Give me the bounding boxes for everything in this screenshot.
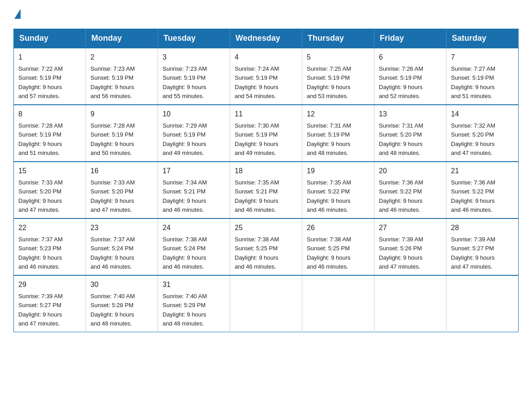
calendar-cell: 5 Sunrise: 7:25 AMSunset: 5:19 PMDayligh… (302, 48, 374, 105)
day-info: Sunrise: 7:36 AMSunset: 5:22 PMDaylight:… (379, 179, 423, 213)
calendar-cell: 10 Sunrise: 7:29 AMSunset: 5:19 PMDaylig… (158, 105, 230, 162)
day-number: 23 (90, 223, 153, 233)
day-info: Sunrise: 7:38 AMSunset: 5:25 PMDaylight:… (307, 236, 351, 270)
calendar-cell: 15 Sunrise: 7:33 AMSunset: 5:20 PMDaylig… (14, 162, 86, 218)
day-number: 16 (90, 166, 153, 176)
calendar-cell: 21 Sunrise: 7:36 AMSunset: 5:22 PMDaylig… (446, 162, 519, 218)
day-number: 28 (451, 223, 514, 233)
day-number: 24 (163, 223, 225, 233)
day-number: 30 (90, 279, 153, 290)
calendar-week-row: 8 Sunrise: 7:28 AMSunset: 5:19 PMDayligh… (14, 105, 519, 162)
calendar-cell: 19 Sunrise: 7:35 AMSunset: 5:22 PMDaylig… (302, 162, 374, 218)
calendar-cell: 6 Sunrise: 7:26 AMSunset: 5:19 PMDayligh… (374, 48, 446, 105)
logo-triangle-icon (14, 9, 21, 19)
day-number: 29 (18, 279, 81, 290)
day-number: 27 (379, 223, 442, 233)
day-info: Sunrise: 7:36 AMSunset: 5:22 PMDaylight:… (451, 179, 495, 213)
day-number: 25 (235, 223, 297, 233)
day-info: Sunrise: 7:23 AMSunset: 5:19 PMDaylight:… (90, 65, 135, 99)
day-number: 13 (379, 109, 442, 120)
day-number: 14 (451, 109, 514, 120)
day-number: 2 (90, 52, 153, 63)
day-of-week-saturday: Saturday (446, 29, 519, 48)
calendar-cell: 2 Sunrise: 7:23 AMSunset: 5:19 PMDayligh… (86, 48, 158, 105)
day-number: 19 (307, 166, 369, 176)
day-info: Sunrise: 7:31 AMSunset: 5:19 PMDaylight:… (307, 122, 351, 156)
logo (13, 9, 21, 21)
calendar-cell: 23 Sunrise: 7:37 AMSunset: 5:24 PMDaylig… (86, 218, 158, 275)
calendar-cell: 1 Sunrise: 7:22 AMSunset: 5:19 PMDayligh… (14, 48, 86, 105)
day-info: Sunrise: 7:31 AMSunset: 5:20 PMDaylight:… (379, 122, 423, 156)
calendar-table: SundayMondayTuesdayWednesdayThursdayFrid… (13, 29, 519, 332)
calendar-cell: 25 Sunrise: 7:38 AMSunset: 5:25 PMDaylig… (230, 218, 302, 275)
calendar-cell: 7 Sunrise: 7:27 AMSunset: 5:19 PMDayligh… (446, 48, 519, 105)
day-number: 7 (451, 52, 514, 63)
calendar-cell: 3 Sunrise: 7:23 AMSunset: 5:19 PMDayligh… (158, 48, 230, 105)
day-info: Sunrise: 7:35 AMSunset: 5:21 PMDaylight:… (235, 179, 279, 213)
day-number: 12 (307, 109, 369, 120)
day-info: Sunrise: 7:34 AMSunset: 5:21 PMDaylight:… (163, 179, 207, 213)
calendar-cell: 12 Sunrise: 7:31 AMSunset: 5:19 PMDaylig… (302, 105, 374, 162)
day-number: 26 (307, 223, 369, 233)
day-number: 6 (379, 52, 442, 63)
calendar-cell: 8 Sunrise: 7:28 AMSunset: 5:19 PMDayligh… (14, 105, 86, 162)
day-number: 18 (235, 166, 297, 176)
day-number: 11 (235, 109, 297, 120)
day-number: 8 (18, 109, 81, 120)
day-info: Sunrise: 7:35 AMSunset: 5:22 PMDaylight:… (307, 179, 351, 213)
calendar-week-row: 29 Sunrise: 7:39 AMSunset: 5:27 PMDaylig… (14, 275, 519, 332)
calendar-cell: 30 Sunrise: 7:40 AMSunset: 5:28 PMDaylig… (86, 275, 158, 332)
day-number: 31 (163, 279, 225, 290)
calendar-cell: 4 Sunrise: 7:24 AMSunset: 5:19 PMDayligh… (230, 48, 302, 105)
day-info: Sunrise: 7:29 AMSunset: 5:19 PMDaylight:… (163, 122, 207, 156)
calendar-cell: 14 Sunrise: 7:32 AMSunset: 5:20 PMDaylig… (446, 105, 519, 162)
calendar-cell: 28 Sunrise: 7:39 AMSunset: 5:27 PMDaylig… (446, 218, 519, 275)
day-number: 17 (163, 166, 225, 176)
calendar-week-row: 15 Sunrise: 7:33 AMSunset: 5:20 PMDaylig… (14, 162, 519, 218)
calendar-week-row: 1 Sunrise: 7:22 AMSunset: 5:19 PMDayligh… (14, 48, 519, 105)
day-number: 4 (235, 52, 297, 63)
day-info: Sunrise: 7:37 AMSunset: 5:24 PMDaylight:… (90, 236, 135, 270)
day-info: Sunrise: 7:32 AMSunset: 5:20 PMDaylight:… (451, 122, 495, 156)
page-header (13, 9, 519, 21)
day-number: 21 (451, 166, 514, 176)
day-info: Sunrise: 7:24 AMSunset: 5:19 PMDaylight:… (235, 65, 279, 99)
day-info: Sunrise: 7:25 AMSunset: 5:19 PMDaylight:… (307, 65, 351, 99)
day-info: Sunrise: 7:40 AMSunset: 5:28 PMDaylight:… (90, 293, 135, 327)
day-info: Sunrise: 7:38 AMSunset: 5:25 PMDaylight:… (235, 236, 279, 270)
day-of-week-monday: Monday (86, 29, 158, 48)
day-number: 10 (163, 109, 225, 120)
calendar-cell: 24 Sunrise: 7:38 AMSunset: 5:24 PMDaylig… (158, 218, 230, 275)
calendar-cell (446, 275, 519, 332)
calendar-cell: 18 Sunrise: 7:35 AMSunset: 5:21 PMDaylig… (230, 162, 302, 218)
calendar-cell: 20 Sunrise: 7:36 AMSunset: 5:22 PMDaylig… (374, 162, 446, 218)
day-info: Sunrise: 7:39 AMSunset: 5:27 PMDaylight:… (451, 236, 495, 270)
day-info: Sunrise: 7:22 AMSunset: 5:19 PMDaylight:… (18, 65, 63, 99)
day-of-week-wednesday: Wednesday (230, 29, 302, 48)
day-info: Sunrise: 7:30 AMSunset: 5:19 PMDaylight:… (235, 122, 279, 156)
day-info: Sunrise: 7:27 AMSunset: 5:19 PMDaylight:… (451, 65, 495, 99)
day-number: 1 (18, 52, 81, 63)
day-info: Sunrise: 7:23 AMSunset: 5:19 PMDaylight:… (163, 65, 207, 99)
day-info: Sunrise: 7:40 AMSunset: 5:29 PMDaylight:… (163, 293, 207, 327)
day-number: 5 (307, 52, 369, 63)
day-info: Sunrise: 7:39 AMSunset: 5:26 PMDaylight:… (379, 236, 423, 270)
day-of-week-sunday: Sunday (14, 29, 86, 48)
calendar-cell: 31 Sunrise: 7:40 AMSunset: 5:29 PMDaylig… (158, 275, 230, 332)
calendar-week-row: 22 Sunrise: 7:37 AMSunset: 5:23 PMDaylig… (14, 218, 519, 275)
calendar-cell: 9 Sunrise: 7:28 AMSunset: 5:19 PMDayligh… (86, 105, 158, 162)
calendar-header-row: SundayMondayTuesdayWednesdayThursdayFrid… (14, 29, 519, 48)
day-info: Sunrise: 7:33 AMSunset: 5:20 PMDaylight:… (90, 179, 135, 213)
calendar-cell: 16 Sunrise: 7:33 AMSunset: 5:20 PMDaylig… (86, 162, 158, 218)
day-info: Sunrise: 7:38 AMSunset: 5:24 PMDaylight:… (163, 236, 207, 270)
day-of-week-thursday: Thursday (302, 29, 374, 48)
calendar-cell (230, 275, 302, 332)
day-number: 3 (163, 52, 225, 63)
calendar-cell: 27 Sunrise: 7:39 AMSunset: 5:26 PMDaylig… (374, 218, 446, 275)
calendar-cell: 29 Sunrise: 7:39 AMSunset: 5:27 PMDaylig… (14, 275, 86, 332)
day-number: 15 (18, 166, 81, 176)
day-info: Sunrise: 7:33 AMSunset: 5:20 PMDaylight:… (18, 179, 63, 213)
day-info: Sunrise: 7:28 AMSunset: 5:19 PMDaylight:… (18, 122, 63, 156)
calendar-cell (374, 275, 446, 332)
calendar-cell: 22 Sunrise: 7:37 AMSunset: 5:23 PMDaylig… (14, 218, 86, 275)
